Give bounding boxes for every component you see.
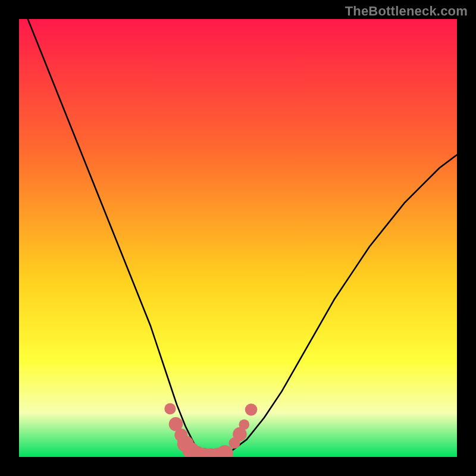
- curve-marker: [164, 403, 176, 414]
- curve-marker: [245, 403, 258, 416]
- bottleneck-chart: [19, 19, 457, 457]
- outer-frame: TheBottleneck.com: [0, 0, 476, 476]
- curve-marker: [239, 419, 249, 430]
- plot-area: [19, 19, 457, 457]
- watermark-text: TheBottleneck.com: [345, 4, 468, 19]
- gradient-background: [19, 19, 457, 457]
